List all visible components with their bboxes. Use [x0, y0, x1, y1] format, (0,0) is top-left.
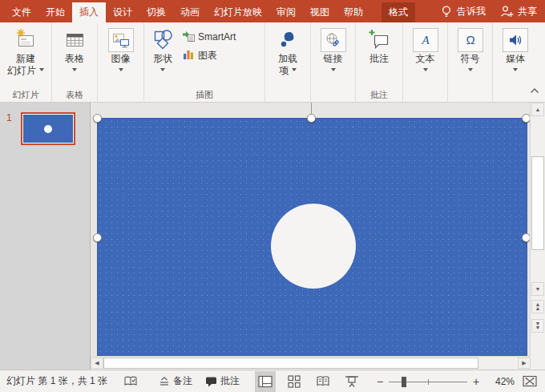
table-label: 表格 [65, 53, 84, 64]
ribbon-group-slides: 新建 幻灯片 幻灯片 [0, 22, 52, 102]
slide-thumbnail-1[interactable] [21, 112, 75, 145]
tab-transitions[interactable]: 切换 [139, 2, 173, 22]
scroll-right-icon: ▶ [522, 360, 526, 366]
text-button[interactable]: A 文本 [410, 26, 441, 75]
media-button[interactable]: 媒体 [500, 26, 531, 75]
resize-handle-middle-left[interactable] [93, 233, 102, 242]
chart-button[interactable]: 图表 [180, 47, 220, 63]
normal-view-button[interactable] [255, 371, 276, 392]
addins-label-line1: 加载 [278, 53, 297, 64]
accessibility-check-button[interactable] [123, 375, 138, 387]
tab-help[interactable]: 帮助 [337, 2, 370, 22]
scroll-left-button[interactable]: ◀ [91, 358, 103, 369]
zoom-out-button[interactable]: − [373, 375, 386, 388]
text-a-icon: A [413, 28, 438, 52]
new-slide-button[interactable]: 新建 幻灯片 [5, 26, 46, 79]
tab-format-contextual[interactable]: 格式 [382, 2, 415, 22]
media-label: 媒体 [506, 53, 525, 64]
share-button[interactable]: 共享 [500, 5, 537, 18]
horizontal-scrollbar-thumb[interactable] [103, 358, 478, 369]
tab-design[interactable]: 设计 [106, 2, 139, 22]
addins-icon [276, 27, 300, 53]
tabbar-right-cluster: 告诉我 共享 [440, 0, 545, 22]
images-button[interactable]: 图像 [106, 26, 136, 75]
svg-text:A: A [421, 34, 430, 46]
double-down-arrow-icon: ▼▼ [535, 322, 541, 329]
slide-circle-shape[interactable] [271, 204, 356, 289]
chart-icon [182, 48, 195, 63]
ribbon-group-symbols: Ω 符号 [448, 22, 493, 102]
normal-view-icon [258, 375, 272, 388]
zoom-in-button[interactable]: + [470, 375, 482, 388]
shapes-button[interactable]: 形状 [147, 26, 178, 75]
dropdown-arrow-icon [72, 68, 77, 74]
ribbon-group-images: 图像 [98, 22, 144, 102]
comments-toggle-button[interactable]: 批注 [205, 374, 240, 388]
symbol-button[interactable]: Ω 符号 [455, 26, 486, 75]
scrollbar-corner [531, 357, 545, 370]
resize-handle-top-center[interactable] [307, 114, 316, 123]
zoom-slider-thumb[interactable] [402, 377, 406, 387]
new-slide-label-line2: 幻灯片 [7, 65, 36, 76]
tab-home[interactable]: 开始 [38, 2, 72, 22]
selected-slide-shape[interactable] [97, 118, 527, 358]
comment-filled-icon [205, 376, 217, 387]
resize-handle-top-left[interactable] [93, 114, 102, 123]
tab-animations[interactable]: 动画 [173, 2, 207, 22]
tab-review[interactable]: 审阅 [269, 2, 303, 22]
next-slide-button[interactable]: ▼▼ [531, 319, 544, 333]
tell-me-button[interactable]: 告诉我 [440, 5, 486, 18]
link-icon [321, 28, 346, 52]
images-label: 图像 [111, 53, 131, 64]
tab-insert[interactable]: 插入 [72, 2, 106, 22]
collapse-ribbon-button[interactable] [530, 83, 539, 97]
previous-slide-button[interactable]: ▲▲ [531, 300, 544, 313]
dropdown-arrow-icon [39, 68, 44, 74]
table-icon [63, 27, 87, 53]
notes-toggle-button[interactable]: 备注 [159, 374, 192, 388]
tab-format-label: 格式 [389, 6, 408, 19]
tab-slideshow[interactable]: 幻灯片放映 [207, 2, 269, 22]
smartart-button[interactable]: SmartArt [180, 29, 238, 45]
new-comment-button[interactable]: 批注 [365, 26, 394, 67]
comments-label: 批注 [220, 374, 240, 388]
reading-view-button[interactable] [313, 371, 333, 392]
slide-sorter-view-button[interactable] [284, 371, 305, 392]
horizontal-scrollbar[interactable]: ◀ ▶ [91, 356, 531, 370]
scroll-left-icon: ◀ [95, 360, 99, 366]
ribbon-tab-bar: 文件 开始 插入 设计 切换 动画 幻灯片放映 审阅 视图 帮助 格式 告诉我 … [0, 0, 545, 22]
addins-button[interactable]: 加载 项 [273, 26, 302, 79]
ribbon-group-addins: 加载 项 [265, 22, 311, 102]
slide-number: 1 [6, 112, 12, 123]
shapes-label: 形状 [153, 53, 172, 64]
tab-file[interactable]: 文件 [5, 2, 38, 22]
tab-review-label: 审阅 [277, 6, 296, 19]
link-button[interactable]: 链接 [318, 26, 349, 75]
fit-to-window-icon [523, 375, 537, 387]
slideshow-view-button[interactable] [341, 371, 362, 392]
group-label-symbols [448, 87, 492, 102]
zoom-slider[interactable] [389, 376, 467, 387]
new-slide-icon [14, 27, 38, 53]
scroll-right-button[interactable]: ▶ [518, 358, 531, 369]
vertical-scrollbar-thumb[interactable] [531, 156, 544, 250]
ribbon-group-links: 链接 [311, 22, 356, 102]
ribbon-group-text: A 文本 [403, 22, 448, 102]
table-button[interactable]: 表格 [60, 26, 89, 75]
double-up-arrow-icon: ▲▲ [535, 303, 541, 310]
speaker-icon [503, 28, 528, 52]
images-icon [108, 28, 134, 52]
group-label-links [311, 87, 355, 102]
scroll-up-button[interactable]: ▲ [531, 103, 544, 116]
fit-slide-to-window-button[interactable] [521, 371, 539, 392]
scroll-down-button[interactable]: ▼ [531, 282, 544, 296]
slide-thumbnail-panel: 1 [0, 103, 91, 370]
tab-view[interactable]: 视图 [303, 2, 337, 22]
zoom-percentage[interactable]: 42% [487, 376, 515, 387]
vertical-scrollbar[interactable]: ▲ ▼ ▲▲ ▼▼ [530, 103, 545, 357]
dropdown-arrow-icon [292, 68, 297, 74]
tab-home-label: 开始 [46, 6, 65, 19]
share-person-icon [500, 5, 514, 18]
statusbar-right-cluster: − + 42% [255, 371, 539, 392]
slide-editing-area: ▲ ▼ ▲▲ ▼▼ ◀ ▶ [91, 103, 545, 370]
